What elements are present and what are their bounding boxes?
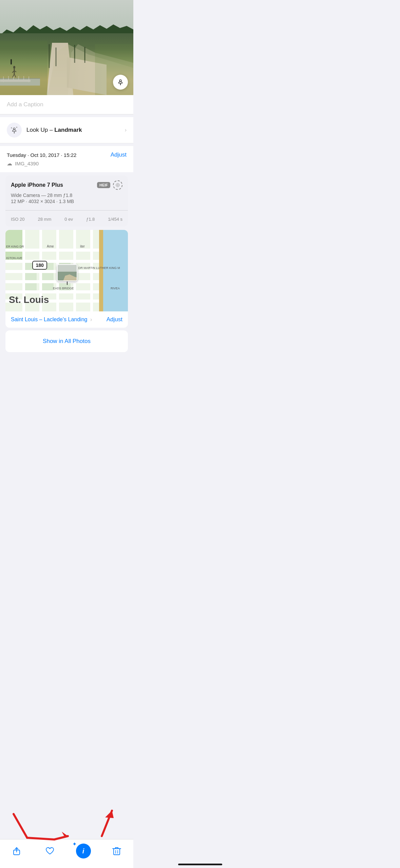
svg-text:IGTON AVE: IGTON AVE <box>6 256 22 260</box>
show-all-section[interactable]: Show in All Photos <box>5 330 128 352</box>
lens-spec: Wide Camera — 28 mm ƒ1.8 <box>11 193 122 198</box>
date-text: Tuesday · Oct 10, 2017 · 15:22 <box>7 152 76 158</box>
svg-rect-42 <box>101 230 128 311</box>
svg-text:ER KING DR: ER KING DR <box>6 245 24 248</box>
svg-rect-65 <box>58 265 77 272</box>
filename-text: IMG_4390 <box>15 161 39 166</box>
svg-rect-6 <box>0 80 31 82</box>
lookup-row[interactable]: Look Up – Landmark › <box>0 117 133 143</box>
exif-iso: ISO 20 <box>11 217 24 222</box>
caption-placeholder: Add a Caption <box>7 101 43 108</box>
svg-point-22 <box>14 132 15 133</box>
lens-icon <box>113 180 122 190</box>
lookup-chevron-icon: › <box>125 127 127 133</box>
caption-bar[interactable]: Add a Caption <box>0 95 133 114</box>
photo-view <box>0 0 133 95</box>
show-all-button[interactable]: Show in All Photos <box>43 338 91 344</box>
svg-text:St. Louis: St. Louis <box>9 294 49 305</box>
adjust-date-button[interactable]: Adjust <box>111 151 127 158</box>
svg-rect-1 <box>95 44 133 95</box>
svg-rect-0 <box>0 41 47 95</box>
svg-point-13 <box>13 66 15 69</box>
resolution-spec: 12 MP · 4032 × 3024 · 1.3 MB <box>11 199 122 204</box>
svg-rect-50 <box>42 273 54 280</box>
svg-rect-52 <box>25 283 37 290</box>
svg-rect-34 <box>5 280 100 283</box>
svg-point-27 <box>116 183 119 187</box>
exif-focal: 28 mm <box>38 217 52 222</box>
lookup-text: Look Up – Landmark <box>26 127 82 133</box>
landmark-icon <box>11 126 18 134</box>
exif-shutter: 1/454 s <box>108 217 122 222</box>
svg-rect-49 <box>25 273 37 280</box>
exif-aperture: ƒ1.8 <box>86 217 95 222</box>
exif-row: ISO 20 28 mm 0 ev ƒ1.8 1/454 s <box>5 213 128 227</box>
svg-point-21 <box>13 128 15 130</box>
date-info-section: Tuesday · Oct 10, 2017 · 15:22 Adjust ☁ … <box>0 146 133 172</box>
camera-section: Apple iPhone 7 Plus HEIF Wide Camera — 2… <box>5 176 128 227</box>
svg-point-19 <box>119 80 121 82</box>
svg-rect-43 <box>99 230 103 311</box>
svg-point-20 <box>120 84 121 85</box>
svg-rect-41 <box>90 230 93 311</box>
location-link-text: Saint Louis – Laclede's Landing <box>11 317 87 322</box>
location-pin-button[interactable] <box>113 75 128 90</box>
location-name-link[interactable]: Saint Louis – Laclede's Landing › <box>11 317 92 323</box>
lookup-icon <box>7 123 22 138</box>
road-number-badge: 180 <box>32 261 47 270</box>
svg-text:DR MARTIN LUTHER KING M: DR MARTIN LUTHER KING M <box>78 266 120 270</box>
adjust-location-button[interactable]: Adjust <box>107 316 122 323</box>
camera-model: Apple iPhone 7 Plus <box>11 182 63 188</box>
svg-text:EADS BRIDGE: EADS BRIDGE <box>53 287 74 290</box>
svg-rect-35 <box>5 290 100 293</box>
svg-text:iter: iter <box>80 245 85 248</box>
svg-text:Ame: Ame <box>47 245 54 248</box>
svg-point-28 <box>117 184 118 186</box>
person-location-icon <box>117 78 124 86</box>
svg-text:RIVEA: RIVEA <box>111 287 120 290</box>
map-section[interactable]: St. Louis ER KING DR IGTON AVE DR MARTIN… <box>5 230 128 328</box>
map-pin <box>57 264 77 285</box>
heif-badge: HEIF <box>97 182 110 188</box>
svg-rect-53 <box>42 283 54 290</box>
pin-thumbnail <box>57 264 77 281</box>
cloud-icon: ☁ <box>7 160 12 167</box>
map-view[interactable]: St. Louis ER KING DR IGTON AVE DR MARTIN… <box>5 230 128 311</box>
svg-rect-33 <box>5 270 100 273</box>
map-footer[interactable]: Saint Louis – Laclede's Landing › Adjust <box>5 311 128 328</box>
exif-ev: 0 ev <box>64 217 73 222</box>
location-chevron-icon: › <box>90 317 92 322</box>
